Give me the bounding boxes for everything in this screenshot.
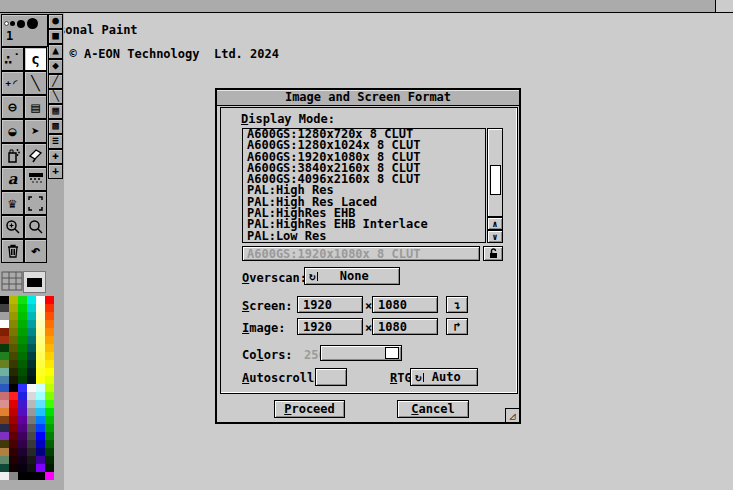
palette-swatch[interactable] <box>45 416 54 424</box>
ellipse-tool-icon[interactable]: ⊖ <box>1 95 24 119</box>
palette-swatch[interactable] <box>36 416 45 424</box>
display-mode-item[interactable]: PAL:Low Res <box>243 231 485 242</box>
palette-swatch[interactable] <box>9 344 18 352</box>
palette-swatch[interactable] <box>45 408 54 416</box>
trash-tool-icon[interactable] <box>1 239 24 263</box>
palette-swatch[interactable] <box>27 472 36 480</box>
mode-lock-button[interactable] <box>483 246 503 261</box>
palette-swatch[interactable] <box>0 352 9 360</box>
palette-swatch[interactable] <box>36 336 45 344</box>
palette-swatch[interactable] <box>9 472 18 480</box>
colors-slider[interactable] <box>320 345 402 361</box>
palette-swatch[interactable] <box>27 328 36 336</box>
autoscroll-checkbox[interactable] <box>315 368 347 386</box>
mode-list-scrollbar[interactable] <box>487 128 503 217</box>
palette-swatch[interactable] <box>18 360 27 368</box>
palette-swatch[interactable] <box>0 360 9 368</box>
text-tool-icon[interactable]: a <box>1 167 24 191</box>
palette-swatch[interactable] <box>45 432 54 440</box>
scrollbar-thumb[interactable] <box>490 165 501 195</box>
palette-swatch[interactable] <box>36 360 45 368</box>
slider-knob[interactable] <box>385 347 399 359</box>
palette-swatch[interactable] <box>27 416 36 424</box>
palette-swatch[interactable] <box>0 392 9 400</box>
palette-swatch[interactable] <box>45 336 54 344</box>
fill-tool-icon[interactable] <box>24 143 47 167</box>
palette-swatch[interactable] <box>45 368 54 376</box>
palette-swatch[interactable] <box>0 376 9 384</box>
palette-swatch[interactable] <box>18 312 27 320</box>
palette-swatch[interactable] <box>9 408 18 416</box>
palette-swatch[interactable] <box>45 376 54 384</box>
scroll-down-button[interactable]: ∨ <box>487 230 503 243</box>
overscan-cycle-button[interactable]: ↻ None <box>304 267 400 285</box>
palette-swatch[interactable] <box>0 320 9 328</box>
palette-swatch[interactable] <box>0 464 9 472</box>
palette-swatch[interactable] <box>0 472 9 480</box>
palette-swatch[interactable] <box>9 360 18 368</box>
palette-swatch[interactable] <box>9 448 18 456</box>
palette-swatch[interactable] <box>27 360 36 368</box>
palette-swatch[interactable] <box>0 336 9 344</box>
palette-swatch[interactable] <box>45 344 54 352</box>
palette-swatch[interactable] <box>45 304 54 312</box>
palette-swatch[interactable] <box>18 448 27 456</box>
palette-swatch[interactable] <box>45 464 54 472</box>
palette-swatch[interactable] <box>0 424 9 432</box>
palette-swatch[interactable] <box>27 336 36 344</box>
palette-swatch[interactable] <box>36 376 45 384</box>
palette-swatch[interactable] <box>18 440 27 448</box>
palette-swatch[interactable] <box>18 376 27 384</box>
palette-swatch[interactable] <box>45 448 54 456</box>
magnify-tool-icon[interactable] <box>24 215 47 239</box>
palette-swatch[interactable] <box>36 456 45 464</box>
palette-swatch[interactable] <box>27 424 36 432</box>
palette-swatch[interactable] <box>27 440 36 448</box>
palette-swatch[interactable] <box>0 440 9 448</box>
palette-swatch[interactable] <box>45 384 54 392</box>
palette-swatch[interactable] <box>45 456 54 464</box>
zoom-in-tool-icon[interactable] <box>1 215 24 239</box>
palette-swatch[interactable] <box>36 368 45 376</box>
palette-swatch[interactable] <box>9 392 18 400</box>
palette-swatch[interactable] <box>0 328 9 336</box>
palette-swatch[interactable] <box>27 352 36 360</box>
palette-swatch[interactable] <box>36 392 45 400</box>
palette-swatch[interactable] <box>45 440 54 448</box>
screen-width-field[interactable]: 1920 <box>297 296 363 313</box>
current-color-well[interactable] <box>23 271 46 293</box>
copy-screen-to-image-button[interactable]: ↴ <box>446 296 468 313</box>
palette-swatch[interactable] <box>27 384 36 392</box>
palette-swatch[interactable] <box>9 352 18 360</box>
palette-swatch[interactable] <box>27 392 36 400</box>
undo-tool-icon[interactable]: ↶ <box>24 239 47 263</box>
palette-swatch[interactable] <box>45 312 54 320</box>
brush-dot-1[interactable] <box>5 22 8 25</box>
palette-swatch[interactable] <box>18 344 27 352</box>
cancel-button[interactable]: Cancel <box>397 400 469 418</box>
dither-tool-icon[interactable] <box>24 167 47 191</box>
palette-swatch[interactable] <box>18 328 27 336</box>
image-width-field[interactable]: 1920 <box>297 318 363 335</box>
palette-swatch[interactable] <box>18 384 27 392</box>
palette-swatch[interactable] <box>18 472 27 480</box>
airbrush-tool-icon[interactable]: ∴˙ <box>1 47 24 71</box>
palette-swatch[interactable] <box>18 464 27 472</box>
brush-shape-icon[interactable]: ▲ <box>48 44 63 59</box>
polygon-tool-icon[interactable]: ➤ <box>24 119 47 143</box>
rtg-cycle-button[interactable]: ↻ Auto <box>410 368 478 386</box>
palette-swatch[interactable] <box>45 360 54 368</box>
copy-image-to-screen-button[interactable]: ↱ <box>446 318 468 335</box>
palette-swatch[interactable] <box>9 336 18 344</box>
brush-dot-2[interactable] <box>10 21 15 26</box>
palette-swatch[interactable] <box>27 304 36 312</box>
palette-swatch[interactable] <box>0 400 9 408</box>
palette-swatch[interactable] <box>36 328 45 336</box>
palette-swatch[interactable] <box>18 368 27 376</box>
palette-swatch[interactable] <box>45 328 54 336</box>
dialog-resize-handle[interactable]: ◿ <box>505 408 519 422</box>
brush-shape-icon[interactable]: ▦ <box>48 104 63 119</box>
palette-swatch[interactable] <box>9 320 18 328</box>
palette-swatch[interactable] <box>0 408 9 416</box>
palette-swatch[interactable] <box>45 472 54 480</box>
